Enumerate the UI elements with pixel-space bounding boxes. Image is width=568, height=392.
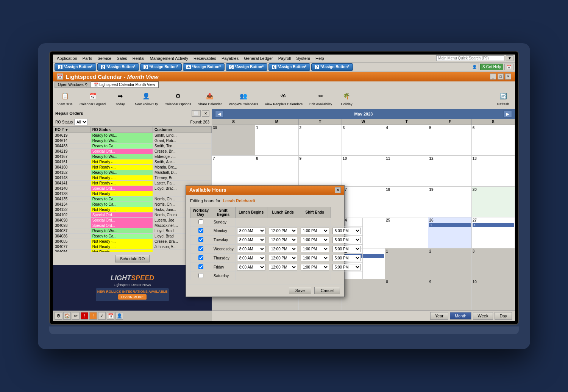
calendar-cell-4[interactable]: 4	[385, 125, 428, 156]
calendar-cell-26[interactable]: 261	[428, 217, 471, 248]
ro-status-select[interactable]: All	[74, 119, 88, 125]
dialog-close-button[interactable]: ✕	[335, 187, 341, 193]
taskbar-edit-icon[interactable]: ✏	[72, 312, 80, 320]
open-windows-label[interactable]: Open Windows ⚲	[55, 81, 91, 88]
table-row[interactable]: 304161Not Ready -...Smith, Aar...	[53, 159, 212, 164]
calendar-icon-btn[interactable]: 📅	[504, 64, 513, 70]
table-row[interactable]: 304167Ready to Wo...Eldredge J...	[53, 154, 212, 159]
taskbar-settings-icon[interactable]: ⚙	[55, 312, 62, 320]
tool-new-follow-up[interactable]: 👤 New Follow Up	[132, 89, 161, 108]
tool-holiday[interactable]: 🌴 Holiday	[336, 89, 357, 108]
tool-calendar-legend[interactable]: 📅 Calendar Legend	[77, 89, 108, 108]
lunch-begin-select-monday[interactable]: 12:00 PM	[269, 228, 297, 234]
day-view-button[interactable]: Day	[495, 312, 512, 320]
taskbar-check-icon[interactable]: ✓	[98, 312, 106, 320]
assign-button-5[interactable]: 5 *Assign Button*	[226, 63, 267, 71]
menu-rental[interactable]: Rental	[130, 55, 147, 61]
week-view-button[interactable]: Week	[473, 312, 493, 320]
calendar-prev-button[interactable]: ◀	[215, 111, 224, 117]
month-view-button[interactable]: Month	[450, 312, 471, 320]
assign-button-1[interactable]: 1 *Assign Button*	[55, 63, 96, 71]
calendar-cell-27[interactable]: 271	[472, 217, 515, 248]
lunch-end-select-friday[interactable]: 1:00 PM	[301, 264, 329, 270]
calendar-cell-12[interactable]: 12	[428, 156, 471, 187]
shift-begin-select-tuesday[interactable]: 8:00 AM	[237, 237, 265, 243]
calendar-cell-2[interactable]: 2	[299, 125, 342, 156]
menu-help[interactable]: Help	[313, 55, 326, 61]
calendar-cell-40[interactable]: 9	[428, 279, 471, 310]
open-window-calendar[interactable]: 📅 Lightspeed Calendar Month View	[91, 81, 159, 88]
shift-end-select-tuesday[interactable]: 5:00 PM	[332, 237, 361, 243]
calendar-cell-41[interactable]: 10	[472, 279, 515, 310]
lunch-begin-select-thursday[interactable]: 12:00 PM	[269, 255, 297, 261]
table-row[interactable]: 304614Ready to Wo...Grant, Rob...	[53, 138, 212, 143]
calendar-cell-8[interactable]: 8	[255, 156, 298, 187]
shift-begin-select-thursday[interactable]: 8:00 AM	[237, 255, 265, 261]
calendar-cell-5[interactable]: 5	[428, 125, 471, 156]
tool-edit-availability[interactable]: ✏ Edit Availability	[307, 89, 335, 108]
tool-refresh[interactable]: 🔄 Refresh	[493, 89, 513, 108]
ro-close-btn[interactable]: ✕	[202, 110, 209, 117]
calendar-cell-1[interactable]: 1	[255, 125, 298, 156]
calendar-cell-6[interactable]: 6	[472, 125, 515, 156]
main-search-button[interactable]: ▼	[506, 55, 513, 61]
checkbox-friday[interactable]	[198, 264, 203, 269]
dialog-save-button[interactable]: Save	[289, 287, 311, 294]
checkbox-sunday[interactable]	[198, 219, 203, 224]
lunch-end-select-tuesday[interactable]: 1:00 PM	[301, 237, 329, 243]
table-row[interactable]: 304148Not Ready -...Tierney, Br...	[53, 175, 212, 180]
lunch-end-select-monday[interactable]: 1:00 PM	[301, 228, 329, 234]
menu-payables[interactable]: Payables	[219, 55, 241, 61]
calendar-cell-34[interactable]: 3	[472, 248, 515, 280]
rollick-learn-more-button[interactable]: LEARN MORE	[118, 294, 147, 300]
minimize-button[interactable]: _	[490, 73, 496, 80]
tool-share-calendar[interactable]: 📤 Share Calendar	[195, 89, 225, 108]
user-icon-btn[interactable]: 👤	[470, 64, 479, 70]
taskbar-calendar-icon[interactable]: 📅	[107, 312, 114, 320]
menu-system[interactable]: System	[294, 55, 312, 61]
schedule-ro-button[interactable]: Schedule RO	[115, 255, 150, 262]
taskbar-alert-icon[interactable]: !	[81, 312, 88, 320]
checkbox-saturday[interactable]	[198, 273, 203, 278]
col-ro-status[interactable]: RO Status	[91, 127, 153, 133]
menu-receivables[interactable]: Receivables	[191, 55, 218, 61]
assign-button-7[interactable]: 7 *Assign Button*	[311, 63, 353, 71]
calendar-cell-18[interactable]: 18	[385, 187, 428, 218]
lunch-begin-select-wednesday[interactable]: 12:00 PM	[269, 246, 297, 252]
help-icon-btn[interactable]: S Get Help	[480, 64, 503, 70]
lunch-begin-select-friday[interactable]: 12:00 PM	[269, 264, 297, 270]
calendar-cell-13[interactable]: 13	[472, 156, 515, 187]
menu-service[interactable]: Service	[95, 55, 114, 61]
calendar-cell-39[interactable]: 8	[385, 279, 428, 310]
lunch-end-select-wednesday[interactable]: 1:00 PM	[301, 246, 329, 252]
shift-end-select-wednesday[interactable]: 5:00 PM	[332, 246, 361, 252]
assign-button-4[interactable]: 4 *Assign Button*	[183, 63, 225, 71]
tool-today[interactable]: ➡ Today	[110, 89, 131, 108]
tool-view-peoples[interactable]: 👁 View People's Calendars	[262, 89, 305, 108]
table-row[interactable]: 304483Ready to Ca...Smith, Ton...	[53, 143, 212, 148]
calendar-next-button[interactable]: ▶	[503, 111, 512, 117]
menu-application[interactable]: Application	[55, 55, 80, 61]
calendar-cell-0[interactable]: 30	[212, 125, 255, 156]
dialog-cancel-button[interactable]: Cancel	[314, 287, 340, 294]
col-customer[interactable]: Customer	[153, 127, 212, 133]
col-ro-num[interactable]: RO # ▼	[53, 127, 91, 133]
calendar-cell-20[interactable]: 20	[472, 187, 515, 218]
lunch-begin-select-tuesday[interactable]: 12:00 PM	[269, 237, 297, 243]
taskbar-user-icon[interactable]: 👤	[115, 312, 123, 320]
calendar-cell-32[interactable]: 1	[385, 248, 428, 280]
menu-payroll[interactable]: Payroll	[276, 55, 293, 61]
checkbox-tuesday[interactable]	[198, 237, 203, 242]
lunch-end-select-thursday[interactable]: 1:00 PM	[301, 255, 329, 261]
ro-expand-btn[interactable]: ⬜	[192, 110, 201, 117]
assign-button-2[interactable]: 2 *Assign Button*	[97, 63, 139, 71]
shift-end-select-thursday[interactable]: 5:00 PM	[332, 255, 361, 261]
menu-sales[interactable]: Sales	[114, 55, 130, 61]
close-header-button[interactable]: ✕	[505, 73, 511, 80]
shift-end-select-monday[interactable]: 5:00 PM	[332, 228, 361, 234]
calendar-cell-38[interactable]: 7	[342, 279, 385, 310]
shift-begin-select-friday[interactable]: 8:00 AM	[237, 264, 265, 270]
tool-calendar-options[interactable]: ⚙ Calendar Options	[162, 89, 194, 108]
checkbox-thursday[interactable]	[198, 255, 203, 260]
calendar-cell-25[interactable]: 25	[385, 217, 428, 248]
